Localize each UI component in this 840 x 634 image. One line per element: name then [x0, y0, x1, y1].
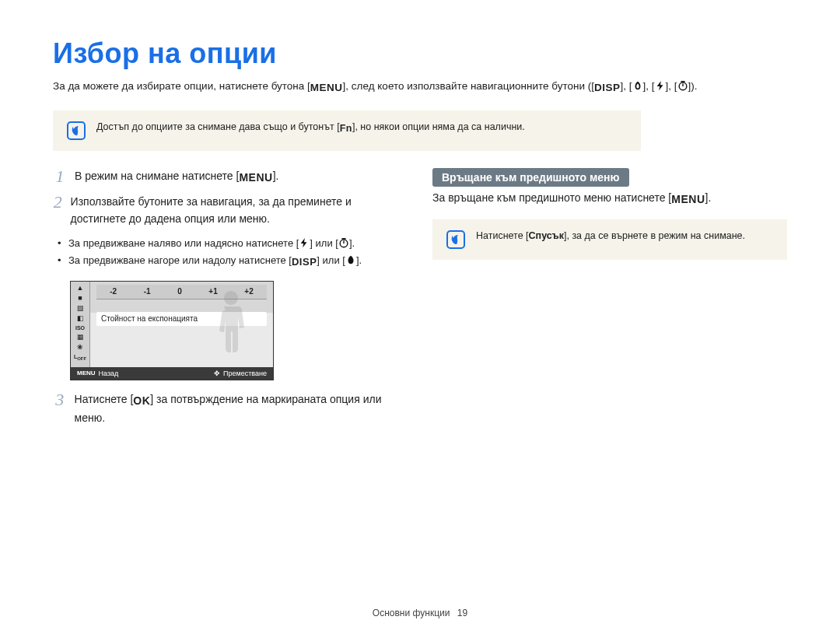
info-icon: [446, 230, 465, 249]
step-text: Натиснете [OK] за потвърждение на маркир…: [75, 391, 408, 426]
tip-box-shutter: Натиснете [Спусък], за да се върнете в р…: [432, 219, 787, 260]
lcd-side-icons: ▲ ■ ▧ ◧ ISO ▦ ❀ LOFF: [71, 282, 90, 367]
menu-token: MENU: [671, 193, 705, 205]
footer-section: Основни функции: [373, 608, 450, 618]
manual-page: Избор на опции За да можете да избирате …: [0, 0, 840, 634]
focus-icon: ❀: [77, 344, 83, 351]
t: За предвижване нагоре или надолу натисне…: [68, 254, 292, 266]
left-column: 1 В режим на снимане натиснете [MENU]. 2…: [53, 168, 408, 435]
timer-icon: [338, 237, 349, 248]
t: ], за да се върнете в режим на снимане.: [564, 230, 745, 241]
tip-text-a: Достъп до опциите за снимане дава също и…: [96, 121, 340, 132]
tip-text-b: ], но някои опции няма да са налични.: [352, 121, 525, 132]
sep: ], [: [620, 80, 632, 92]
lcd-footer: MENU Назад ✥ Преместване: [71, 367, 273, 380]
move-label: Преместване: [223, 370, 267, 377]
wb-icon: ▦: [77, 334, 84, 341]
page-footer: Основни функции 19: [0, 608, 840, 618]
child-silhouette-icon: [209, 285, 253, 359]
step-text: В режим на снимане натиснете [MENU].: [75, 168, 278, 187]
section-heading-pill: Връщане към предишното меню: [432, 168, 629, 187]
t: ].: [356, 254, 362, 266]
t: За връщане към предишното меню натиснете…: [432, 191, 671, 204]
list-item: За предвижване наляво или надясно натисн…: [53, 236, 408, 251]
step-1: 1 В режим на снимане натиснете [MENU].: [53, 168, 408, 187]
step-text: Използвайте бутоните за навигация, за да…: [71, 194, 408, 227]
lcd-foot-left: MENU Назад: [77, 370, 118, 377]
back-label: Назад: [99, 370, 119, 377]
nav-icon: ✥: [214, 370, 220, 377]
t: ] или [: [310, 237, 338, 249]
t: В режим на снимане натиснете [: [75, 170, 239, 182]
flash-icon: [655, 79, 666, 90]
iso-icon: ISO: [75, 325, 85, 331]
step-number: 1: [53, 168, 67, 187]
t: ].: [349, 237, 355, 249]
quality-icon: ▧: [77, 305, 84, 312]
timer-icon: [677, 79, 688, 90]
ev-tick: -1: [144, 287, 151, 296]
two-column-layout: 1 В режим на снимане натиснете [MENU]. 2…: [53, 168, 787, 435]
sep: ], [: [643, 80, 655, 92]
step-2: 2 Използвайте бутоните за навигация, за …: [53, 194, 408, 227]
step-number: 2: [53, 194, 63, 227]
menu-label: MENU: [77, 370, 96, 377]
lcd-body: ▲ ■ ▧ ◧ ISO ▦ ❀ LOFF -2 -1 0: [71, 282, 273, 367]
intro-text-2: ], след което използвайте навигационните…: [343, 80, 594, 92]
step-3: 3 Натиснете [OK] за потвърждение на марк…: [53, 391, 408, 426]
ev-tick: -2: [110, 287, 117, 296]
disp-token: DISP: [594, 79, 621, 96]
ev-icon: ◧: [77, 315, 84, 322]
t: ].: [705, 191, 712, 204]
macro-icon: [632, 79, 643, 90]
menu-token: MENU: [239, 170, 272, 187]
t: За предвижване наляво или надясно натисн…: [68, 237, 299, 249]
step-2-bullets: За предвижване наляво или надясно натисн…: [53, 236, 408, 270]
page-title: Избор на опции: [53, 37, 787, 70]
flash-icon: [299, 237, 310, 248]
tip-text: Натиснете [Спусък], за да се върнете в р…: [476, 230, 745, 241]
menu-token: MENU: [310, 79, 343, 96]
shutter-icon: LOFF: [74, 354, 86, 362]
sep: ], [: [666, 80, 677, 92]
t: ].: [273, 170, 279, 182]
tip-box-fn: Достъп до опциите за снимане дава също и…: [53, 110, 641, 151]
t: ] или [: [317, 254, 345, 266]
t: Натиснете [: [75, 393, 134, 405]
list-item: За предвижване нагоре или надолу натисне…: [53, 253, 408, 270]
page-number: 19: [457, 608, 467, 618]
t: Натиснете [: [476, 230, 529, 241]
intro-text: За да можете да избирате опции, натиснет…: [53, 80, 310, 92]
ev-tick: 0: [177, 287, 182, 296]
camera-lcd-mock: ▲ ■ ▧ ◧ ISO ▦ ❀ LOFF -2 -1 0: [70, 281, 274, 380]
disp-token: DISP: [292, 254, 317, 270]
size-icon: ■: [78, 295, 82, 302]
shutter-token: Спусък: [529, 230, 564, 241]
fn-token: Fn: [340, 123, 352, 134]
mode-icon: ▲: [77, 285, 84, 292]
intro-end: ]).: [688, 80, 698, 92]
lcd-main: -2 -1 0 +1 +2 Стойност на експонацията: [90, 282, 273, 367]
tip-text: Достъп до опциите за снимане дава също и…: [96, 121, 525, 134]
macro-icon: [345, 254, 356, 265]
ok-token: OK: [133, 393, 150, 410]
step-number: 3: [53, 391, 67, 426]
right-column: Връщане към предишното меню За връщане к…: [432, 168, 787, 435]
intro-paragraph: За да можете да избирате опции, натиснет…: [53, 78, 787, 96]
lcd-foot-right: ✥ Преместване: [214, 370, 267, 377]
right-paragraph: За връщане към предишното меню натиснете…: [432, 191, 787, 205]
info-icon: [67, 121, 86, 140]
